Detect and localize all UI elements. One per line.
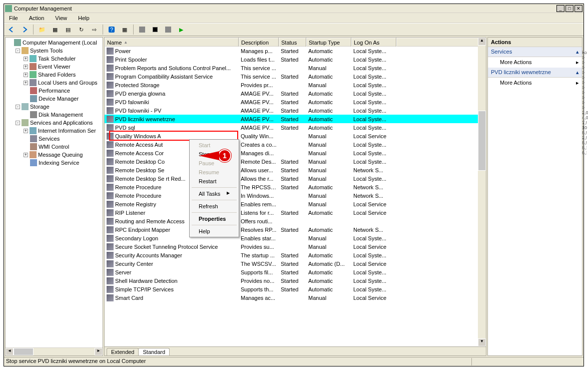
tree-local-users-and-groups[interactable]: +Local Users and Groups [6,79,103,87]
tree-device-manager[interactable]: Device Manager [6,95,103,103]
tree-services[interactable]: Services [6,135,103,143]
service-startup: Automatic [306,99,351,105]
tree-message-queuing[interactable]: +Message Queuing [6,151,103,159]
service-row[interactable]: RPC Endpoint MapperResolves RP...Started… [105,225,486,234]
tree-disk-management[interactable]: Disk Management [6,111,103,119]
tab-extended[interactable]: Extended [107,348,139,355]
back-button[interactable] [6,24,17,35]
close-button[interactable]: ✕ [574,5,582,12]
export-button[interactable]: ▤ [63,24,74,35]
menu-help[interactable]: Help [76,14,92,22]
service-row[interactable]: ServerSupports fil...StartedAutomaticLoc… [105,268,486,276]
expand-toggle[interactable]: + [24,81,28,85]
service-row[interactable]: Remote Desktop SeAllows user...StartedMa… [105,166,486,174]
ctx-restart[interactable]: Restart [191,177,238,186]
restart-service-button[interactable]: ▶ [176,24,187,35]
nav-tree[interactable]: Computer Management (Local-System Tools+… [5,37,103,356]
ctx-all-tasks[interactable]: All Tasks [191,189,238,198]
service-name: Secure Socket Tunneling Protocol Service [115,244,218,250]
service-row[interactable]: Security Accounts ManagerThe startup ...… [105,251,486,259]
service-desc: Manages p... [239,48,279,54]
pause-service-button[interactable] [163,24,174,35]
service-row[interactable]: Smart CardManages ac...ManualLocal Servi… [105,293,486,302]
tree-event-viewer[interactable]: +Event Viewer [6,63,103,71]
tree-performance[interactable]: Performance [6,87,103,95]
expand-toggle[interactable]: + [24,57,28,61]
menu-action[interactable]: Action [27,14,47,22]
forward-button[interactable] [19,24,30,35]
minimize-button[interactable]: _ [556,5,564,12]
col-name[interactable]: Name▲ [105,38,239,47]
action-button[interactable]: ▦ [119,24,130,35]
service-row[interactable]: PVD falowniki - PVAMAGE PV...StartedAuto… [105,106,486,115]
expand-toggle[interactable]: + [24,65,28,69]
service-row[interactable]: Protected StorageProvides pr...ManualLoc… [105,81,486,89]
refresh-button[interactable]: ↻ [76,24,87,35]
service-row[interactable]: PVD falownikiAMAGE PV...StartedAutomatic… [105,98,486,106]
service-row[interactable]: PVD energia glownaAMAGE PV...StartedAuto… [105,89,486,98]
service-row[interactable]: PowerManages p...StartedAutomaticLocal S… [105,47,486,55]
service-row[interactable]: Simple TCP/IP ServicesSupports th...Star… [105,285,486,293]
titlebar[interactable]: Computer Management _ □ ✕ [4,4,583,13]
ctx-help[interactable]: Help [191,227,238,236]
tree-task-scheduler[interactable]: +Task Scheduler [6,55,103,63]
service-row[interactable]: Remote RegistryEnables rem...ManualLocal… [105,200,486,208]
service-row[interactable]: RIP ListenerListens for r...StartedAutom… [105,208,486,217]
list-vscrollbar[interactable]: ▲▼ [478,38,486,346]
col-startup-type[interactable]: Startup Type [306,38,351,47]
up-button[interactable]: 📁 [37,24,48,35]
col-status[interactable]: Status [279,38,306,47]
service-row[interactable]: Problem Reports and Solutions Control Pa… [105,64,486,72]
stop-service-button[interactable] [150,24,161,35]
ctx-properties[interactable]: Properties [191,214,238,223]
expand-toggle[interactable]: + [24,153,28,157]
maximize-button[interactable]: □ [565,5,573,12]
expand-toggle[interactable]: - [16,105,20,109]
service-row[interactable]: Quality Windows AQuality Win...ManualLoc… [105,132,486,140]
tree-wmi-control[interactable]: WMI Control [6,143,103,151]
service-row[interactable]: Print SpoolerLoads files t...StartedAuto… [105,55,486,64]
service-row[interactable]: Security CenterThe WSCSV...StartedAutoma… [105,259,486,268]
help-button[interactable]: ? [106,24,117,35]
service-logon: Local Service [351,261,396,267]
service-row[interactable]: Remote ProcedureIn Windows...ManualNetwo… [105,191,486,200]
service-row[interactable]: Secondary LogonEnables star...ManualLoca… [105,234,486,242]
actions-group-selected[interactable]: PVD liczniki wewnetrzne▴ [488,68,582,78]
actions-more-1[interactable]: More Actions▸ [488,57,582,68]
menu-view[interactable]: View [53,14,69,22]
ctx-refresh[interactable]: Refresh [191,202,238,211]
service-row[interactable]: Remote Desktop Se rt Red...Allows the r.… [105,174,486,183]
col-description[interactable]: Description [239,38,279,47]
tree-system-tools[interactable]: -System Tools [6,47,103,55]
tab-standard[interactable]: Standard [138,348,170,355]
service-row[interactable]: Secure Socket Tunneling Protocol Service… [105,242,486,251]
tree-storage[interactable]: -Storage [6,103,103,111]
show-hide-button[interactable]: ▦ [50,24,61,35]
actions-group-services[interactable]: Services▴ [488,47,582,57]
tree-indexing-service[interactable]: Indexing Service [6,159,103,167]
start-service-button[interactable] [137,24,148,35]
tree-shared-folders[interactable]: +Shared Folders [6,71,103,79]
tree-internet-information-ser[interactable]: +Internet Information Ser [6,127,103,135]
expand-toggle[interactable]: - [16,121,20,125]
tree-services-and-applications[interactable]: -Services and Applications [6,119,103,127]
service-startup: Automatic [306,108,351,114]
service-row[interactable]: Remote ProcedureThe RPCSS ...StartedAuto… [105,183,486,191]
col-logon-as[interactable]: Log On As [351,38,396,47]
expand-toggle[interactable]: + [24,73,28,77]
service-row[interactable]: Shell Hardware DetectionProvides no...St… [105,276,486,285]
service-row[interactable]: PVD sqlAMAGE PV...StartedAutomaticLocal … [105,123,486,132]
tree-hscrollbar[interactable]: ◄► [6,347,103,355]
service-row[interactable]: Program Compatibility Assistant ServiceT… [105,72,486,81]
service-row[interactable]: Remote Access CorManages di...ManualLoca… [105,149,486,157]
expand-toggle[interactable]: - [16,49,20,53]
actions-more-2[interactable]: More Actions▸ [488,78,582,88]
service-row[interactable]: PVD liczniki wewnetrzneAMAGE PV...Starte… [105,115,486,123]
service-row[interactable]: Routing and Remote AccessOffers routi... [105,217,486,225]
menu-file[interactable]: File [7,14,20,22]
service-row[interactable]: Remote Access AutCreates a co...ManualLo… [105,140,486,149]
properties-button[interactable]: ⇨ [89,24,100,35]
tree-root[interactable]: Computer Management (Local [6,39,103,47]
service-row[interactable]: Remote Desktop CoRemote Des...StartedMan… [105,157,486,166]
expand-toggle[interactable]: + [24,129,28,133]
